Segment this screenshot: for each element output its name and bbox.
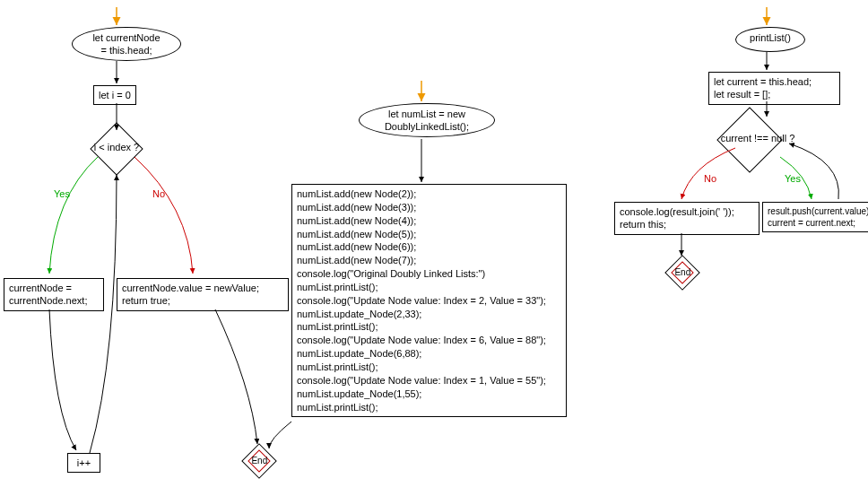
flow3-fn: printList() — [735, 27, 805, 52]
flow3-decision-text: current !== null ? — [708, 133, 807, 144]
flow1-decision-text: i < index ? — [90, 142, 143, 152]
flow2-body: numList.add(new Node(2)); numList.add(ne… — [291, 184, 567, 417]
flow1-start-node: let currentNode = this.head; — [72, 27, 181, 61]
flow1-setvalue: currentNode.value = newValue; return tru… — [117, 278, 289, 311]
flow1-inc: i++ — [67, 453, 100, 473]
flow3-end: End — [664, 255, 700, 291]
flow1-advance: currentNode = currentNode.next; — [4, 278, 104, 311]
flow3-no-branch: console.log(result.join(' ')); return th… — [614, 202, 760, 235]
flow1-end: End — [241, 443, 277, 479]
flow3-yes-branch: result.push(current.value); current = cu… — [762, 202, 868, 232]
flow3-init: let current = this.head; let result = []… — [708, 72, 840, 105]
flow3-yes-label: Yes — [785, 173, 801, 184]
flow1-no-label: No — [152, 188, 165, 199]
flow2-init: let numList = new DoublyLinkedList(); — [359, 103, 495, 137]
flow1-init-i: let i = 0 — [93, 85, 136, 105]
flow3-no-label: No — [704, 173, 716, 184]
flow1-yes-label: Yes — [54, 188, 70, 199]
